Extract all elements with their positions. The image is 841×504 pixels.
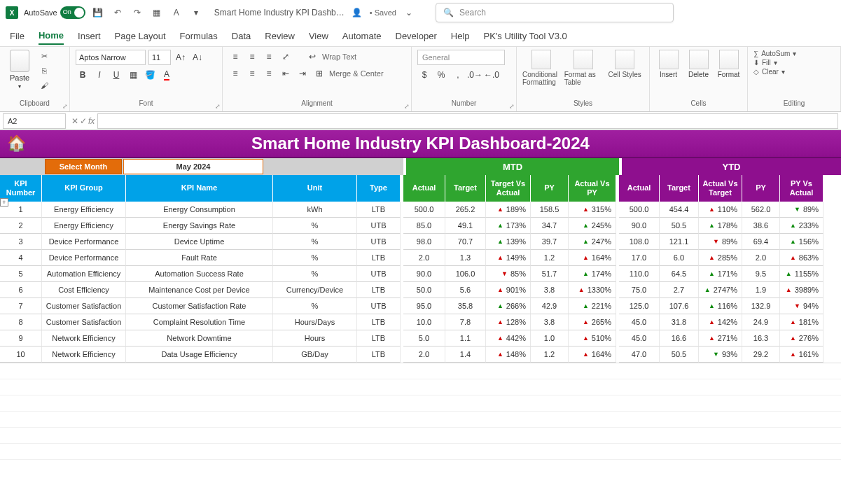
cancel-icon[interactable]: ✕ bbox=[71, 116, 78, 126]
cell-type[interactable]: LTB bbox=[357, 282, 401, 298]
cell-mtd-py[interactable]: 158.5 bbox=[531, 202, 569, 218]
tab-home[interactable]: Home bbox=[39, 27, 64, 45]
cell-name[interactable]: Complaint Resolution Time bbox=[126, 314, 273, 330]
cell-type[interactable]: UTB bbox=[357, 266, 401, 282]
select-month-button[interactable]: Select Month bbox=[45, 159, 122, 174]
format-painter-icon[interactable]: 🖌 bbox=[38, 79, 50, 92]
cell-name[interactable]: Fault Rate bbox=[126, 250, 273, 266]
cell-ytd-py[interactable]: 9.5 bbox=[742, 266, 780, 282]
cell-group[interactable]: Network Efficiency bbox=[42, 330, 126, 346]
cell-group[interactable]: Customer Satisfaction bbox=[42, 314, 126, 330]
cell-unit[interactable]: Hours bbox=[273, 330, 357, 346]
cell-num[interactable]: 3 bbox=[0, 234, 42, 250]
cell-ytd-py[interactable]: 38.6 bbox=[742, 218, 780, 234]
cell-mtd-avp[interactable]: ▲164% bbox=[569, 250, 616, 266]
outline-expand-icon[interactable]: + bbox=[0, 198, 8, 206]
empty-grid-area[interactable] bbox=[0, 363, 841, 475]
dialog-launcher-icon[interactable]: ⤢ bbox=[215, 103, 221, 110]
cell-num[interactable]: 10 bbox=[0, 346, 42, 363]
orientation-icon[interactable]: ⤢ bbox=[279, 50, 293, 64]
cell-num[interactable]: 9 bbox=[0, 330, 42, 346]
name-box[interactable]: A2 bbox=[3, 113, 66, 129]
cell-ytd-py[interactable]: 562.0 bbox=[742, 202, 780, 218]
cell-num[interactable]: 6 bbox=[0, 282, 42, 298]
cell-mtd-target[interactable]: 265.2 bbox=[445, 202, 486, 218]
cell-num[interactable]: 5 bbox=[0, 266, 42, 282]
tab-automate[interactable]: Automate bbox=[342, 28, 382, 44]
cell-ytd-avt[interactable]: ▲142% bbox=[699, 314, 742, 330]
home-icon[interactable]: 🏠 bbox=[7, 134, 26, 153]
cell-ytd-actual[interactable]: 45.0 bbox=[619, 314, 660, 330]
cell-mtd-avp[interactable]: ▲1330% bbox=[569, 282, 616, 298]
cell-mtd-tva[interactable]: ▼85% bbox=[486, 266, 531, 282]
cell-unit[interactable]: Hours/Days bbox=[273, 314, 357, 330]
cell-ytd-avt[interactable]: ▲116% bbox=[699, 298, 742, 314]
increase-decimal-icon[interactable]: .0→ bbox=[468, 68, 482, 82]
cell-mtd-py[interactable]: 1.2 bbox=[531, 346, 569, 363]
cell-type[interactable]: LTB bbox=[357, 346, 401, 363]
cell-unit[interactable]: % bbox=[273, 250, 357, 266]
cell-mtd-tva[interactable]: ▲189% bbox=[486, 202, 531, 218]
cell-type[interactable]: LTB bbox=[357, 202, 401, 218]
merge-center-label[interactable]: Merge & Center bbox=[329, 69, 384, 78]
cell-ytd-py[interactable]: 132.9 bbox=[742, 298, 780, 314]
cell-mtd-avp[interactable]: ▲315% bbox=[569, 202, 616, 218]
decrease-indent-icon[interactable]: ⇤ bbox=[279, 66, 293, 80]
table-row[interactable]: 9Network EfficiencyNetwork DowntimeHours… bbox=[0, 330, 841, 346]
cell-mtd-actual[interactable]: 50.0 bbox=[403, 282, 445, 298]
cell-mtd-actual[interactable]: 90.0 bbox=[403, 266, 445, 282]
formula-input[interactable] bbox=[97, 113, 838, 129]
saved-chevron-icon[interactable]: ⌄ bbox=[402, 6, 416, 20]
cell-ytd-target[interactable]: 50.5 bbox=[660, 218, 699, 234]
cell-group[interactable]: Energy Efficiency bbox=[42, 202, 126, 218]
cell-ytd-actual[interactable]: 17.0 bbox=[619, 250, 660, 266]
decrease-font-icon[interactable]: A↓ bbox=[190, 50, 204, 64]
dialog-launcher-icon[interactable]: ⤢ bbox=[62, 103, 68, 110]
border-icon[interactable]: ▦ bbox=[126, 68, 140, 82]
decrease-decimal-icon[interactable]: ←.0 bbox=[485, 68, 499, 82]
cell-mtd-avp[interactable]: ▲247% bbox=[569, 234, 616, 250]
cell-ytd-pva[interactable]: ▲863% bbox=[780, 250, 823, 266]
cell-mtd-target[interactable]: 1.4 bbox=[445, 346, 486, 363]
cell-ytd-actual[interactable]: 90.0 bbox=[619, 218, 660, 234]
align-top-icon[interactable]: ≡ bbox=[228, 50, 242, 64]
cell-mtd-tva[interactable]: ▲901% bbox=[486, 282, 531, 298]
copy-icon[interactable]: ⎘ bbox=[38, 64, 50, 77]
table-row[interactable]: 2Energy EfficiencyEnergy Savings Rate%UT… bbox=[0, 218, 841, 234]
cell-ytd-target[interactable]: 31.8 bbox=[660, 314, 699, 330]
align-right-icon[interactable]: ≡ bbox=[262, 66, 276, 80]
cell-mtd-tva[interactable]: ▲266% bbox=[486, 298, 531, 314]
cut-icon[interactable]: ✂ bbox=[38, 50, 50, 62]
cell-ytd-avt[interactable]: ▼89% bbox=[699, 234, 742, 250]
cell-ytd-target[interactable]: 454.4 bbox=[660, 202, 699, 218]
cell-ytd-pva[interactable]: ▲156% bbox=[780, 234, 823, 250]
cell-mtd-py[interactable]: 39.7 bbox=[531, 234, 569, 250]
cell-ytd-py[interactable]: 2.0 bbox=[742, 250, 780, 266]
cell-mtd-actual[interactable]: 95.0 bbox=[403, 298, 445, 314]
align-left-icon[interactable]: ≡ bbox=[228, 66, 242, 80]
italic-button[interactable]: I bbox=[92, 68, 106, 82]
cell-mtd-py[interactable]: 1.0 bbox=[531, 330, 569, 346]
cell-mtd-tva[interactable]: ▲128% bbox=[486, 314, 531, 330]
align-middle-icon[interactable]: ≡ bbox=[245, 50, 259, 64]
cell-unit[interactable]: GB/Day bbox=[273, 346, 357, 363]
tab-review[interactable]: Review bbox=[265, 28, 295, 44]
cell-ytd-pva[interactable]: ▲1155% bbox=[780, 266, 823, 282]
cell-ytd-py[interactable]: 16.3 bbox=[742, 330, 780, 346]
cell-ytd-avt[interactable]: ▲110% bbox=[699, 202, 742, 218]
table-row[interactable]: 1Energy EfficiencyEnergy ConsumptionkWhL… bbox=[0, 202, 841, 218]
cell-name[interactable]: Customer Satisfaction Rate bbox=[126, 298, 273, 314]
cell-mtd-target[interactable]: 106.0 bbox=[445, 266, 486, 282]
cell-name[interactable]: Energy Savings Rate bbox=[126, 218, 273, 234]
cell-mtd-actual[interactable]: 10.0 bbox=[403, 314, 445, 330]
cell-name[interactable]: Automation Success Rate bbox=[126, 266, 273, 282]
cell-type[interactable]: LTB bbox=[357, 330, 401, 346]
fill-color-icon[interactable]: 🪣 bbox=[143, 68, 157, 82]
paste-button[interactable]: Paste ▾ bbox=[6, 50, 34, 90]
cell-mtd-py[interactable]: 3.8 bbox=[531, 282, 569, 298]
share-icon[interactable]: 👤 bbox=[350, 6, 364, 20]
cell-unit[interactable]: % bbox=[273, 298, 357, 314]
cell-unit[interactable]: % bbox=[273, 234, 357, 250]
tab-insert[interactable]: Insert bbox=[78, 28, 101, 44]
cell-type[interactable]: LTB bbox=[357, 250, 401, 266]
